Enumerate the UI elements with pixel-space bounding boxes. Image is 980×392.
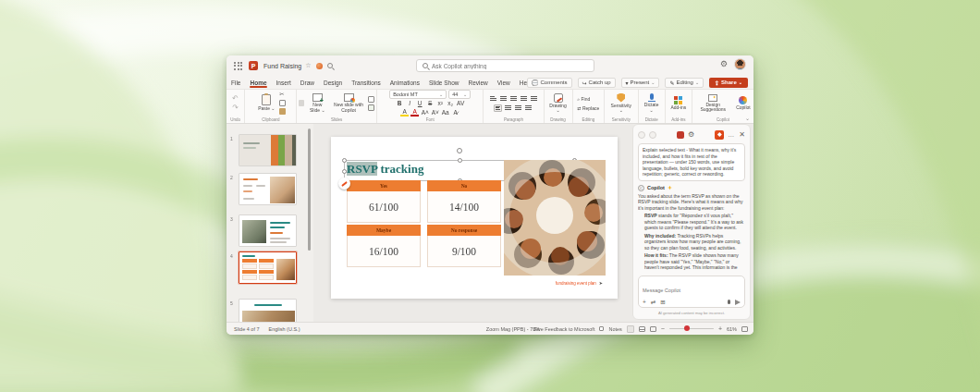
format-painter-icon[interactable]: [279, 108, 286, 115]
highlight-color-button[interactable]: A: [400, 108, 409, 116]
undo-icon[interactable]: ↶: [232, 95, 239, 103]
editing-mode-button[interactable]: ✎ Editing ⌄: [665, 78, 704, 88]
zoom-out-icon[interactable]: −: [661, 325, 665, 332]
layout-icon[interactable]: [368, 96, 374, 103]
grid-view-icon[interactable]: [639, 326, 645, 332]
present-button[interactable]: ▾ Present ⌄: [621, 78, 660, 88]
pane-settings-icon[interactable]: ⚙: [688, 131, 694, 139]
slide-4[interactable]: RSVP tracking Yes 61/100 No 14/100 Maybe…: [331, 137, 618, 299]
bullets-button[interactable]: [489, 95, 497, 103]
rsvp-card-maybe[interactable]: Maybe 16/100: [347, 225, 421, 267]
slide-thumbnail-1[interactable]: [239, 134, 297, 166]
options-sliders-icon[interactable]: ⇄: [651, 300, 655, 306]
search-lens-icon[interactable]: [327, 63, 333, 68]
character-spacing-button[interactable]: AV: [457, 100, 465, 106]
context-pen-button[interactable]: [338, 178, 350, 190]
justify-button[interactable]: [524, 104, 533, 112]
slideshow-view-icon[interactable]: [650, 326, 656, 332]
align-right-button[interactable]: [514, 104, 522, 112]
slide-footer-link[interactable]: fundraising event plan➤: [556, 280, 603, 286]
settings-gear-icon[interactable]: ⚙: [720, 60, 728, 68]
strikethrough-button[interactable]: S: [426, 100, 435, 106]
back-icon[interactable]: [638, 131, 645, 139]
zoom-percent[interactable]: 61%: [727, 326, 737, 332]
redo-icon[interactable]: ↷: [232, 104, 239, 112]
catch-up-button[interactable]: ↪ Catch up: [578, 78, 616, 88]
powerpoint-logo[interactable]: P: [249, 61, 258, 70]
designer-badge-icon[interactable]: [316, 63, 323, 69]
rsvp-card-no-response[interactable]: No response 9/100: [427, 225, 501, 267]
new-slide-with-copilot-button[interactable]: New slide with Copilot: [331, 93, 366, 113]
zoom-slider-knob[interactable]: [684, 325, 690, 331]
decrease-indent-button[interactable]: [509, 95, 518, 103]
slide-indicator[interactable]: Slide 4 of 7: [234, 326, 260, 332]
sensitivity-button[interactable]: Sensitivity ⌄: [606, 93, 635, 114]
shrink-font-button[interactable]: A˅: [431, 109, 439, 116]
notebook-icon[interactable]: [677, 131, 684, 139]
replace-button[interactable]: ⇄ Replace: [577, 105, 599, 111]
document-title[interactable]: Fund Raising: [263, 63, 301, 69]
voice-mic-icon[interactable]: [728, 300, 730, 304]
cut-icon[interactable]: ✂: [279, 92, 284, 98]
send-icon[interactable]: [735, 300, 741, 305]
paste-button[interactable]: Paste ⌄: [256, 94, 276, 112]
search-input[interactable]: [432, 63, 570, 69]
numbering-button[interactable]: [499, 95, 508, 103]
bold-button[interactable]: B: [396, 100, 404, 106]
tab-insert[interactable]: Insert: [272, 76, 296, 89]
italic-button[interactable]: I: [406, 100, 414, 106]
copilot-button[interactable]: Copilot: [734, 96, 753, 111]
underline-button[interactable]: U: [416, 100, 424, 106]
subscript-button[interactable]: x₂: [447, 100, 455, 106]
new-slide-button[interactable]: New Slide ⌄: [306, 93, 329, 113]
rotate-handle[interactable]: [457, 148, 462, 153]
notes-panel-icon[interactable]: [627, 325, 634, 333]
tab-slide-show[interactable]: Slide Show: [424, 76, 464, 89]
copilot-input-card[interactable]: + ⇄ ⊞: [638, 276, 745, 309]
find-button[interactable]: ⌕ Find: [577, 96, 590, 103]
design-suggestions-button[interactable]: Design Suggestions: [693, 94, 732, 113]
tab-animations[interactable]: Animations: [386, 76, 424, 89]
share-button[interactable]: ⇪ Share ⌄: [709, 78, 748, 88]
tab-draw[interactable]: Draw: [296, 76, 319, 89]
clear-formatting-button[interactable]: A̷: [451, 109, 459, 116]
rsvp-card-no[interactable]: No 14/100: [427, 180, 501, 223]
grow-font-button[interactable]: A˄: [421, 109, 429, 116]
slide-thumbnail-5[interactable]: [239, 299, 297, 322]
favorite-star-icon[interactable]: ☆: [305, 62, 311, 69]
feedback-link[interactable]: Give Feedback to Microsoft: [533, 326, 594, 332]
superscript-button[interactable]: x²: [436, 100, 445, 106]
copilot-logo-icon[interactable]: [715, 130, 724, 140]
tab-transitions[interactable]: Transitions: [347, 76, 386, 89]
copy-icon[interactable]: [279, 100, 286, 106]
copilot-search-box[interactable]: [416, 59, 594, 72]
slide-title[interactable]: RSVP tracking: [347, 162, 423, 177]
font-name-select[interactable]: Bodoni MT⌄: [389, 90, 447, 99]
rsvp-card-yes[interactable]: Yes 61/100: [347, 180, 421, 223]
app-launcher-icon[interactable]: [234, 62, 242, 70]
font-color-button[interactable]: A: [410, 108, 419, 116]
slide-thumbnail-2[interactable]: [239, 173, 297, 205]
comments-button[interactable]: 💬 Comments: [527, 78, 572, 88]
zoom-in-icon[interactable]: +: [718, 325, 722, 332]
pane-more-icon[interactable]: …: [728, 131, 735, 138]
apps-grid-icon[interactable]: ⊞: [660, 300, 665, 306]
zoom-slider[interactable]: [669, 328, 714, 330]
align-left-button[interactable]: [494, 104, 502, 112]
slide-thumbnail-3[interactable]: [239, 214, 297, 247]
tab-design[interactable]: Design: [319, 76, 347, 89]
drawing-button[interactable]: Drawing ⌄: [546, 93, 570, 114]
copilot-message-input[interactable]: [643, 288, 741, 293]
increase-indent-button[interactable]: [520, 95, 528, 103]
delete-slide-icon[interactable]: [299, 100, 303, 106]
tab-file[interactable]: File: [227, 76, 245, 89]
change-case-button[interactable]: Aa: [441, 109, 449, 116]
attach-plus-icon[interactable]: +: [643, 300, 646, 306]
reuse-slides-icon[interactable]: [368, 104, 374, 111]
font-size-select[interactable]: 44⌄: [448, 90, 471, 99]
notes-label[interactable]: Notes: [608, 326, 621, 332]
thumbnail-scrollbar[interactable]: [308, 129, 311, 251]
pane-close-icon[interactable]: ✕: [739, 131, 745, 139]
fit-to-window-icon[interactable]: [741, 326, 748, 332]
dictate-button[interactable]: Dictate ⌄: [641, 93, 663, 113]
